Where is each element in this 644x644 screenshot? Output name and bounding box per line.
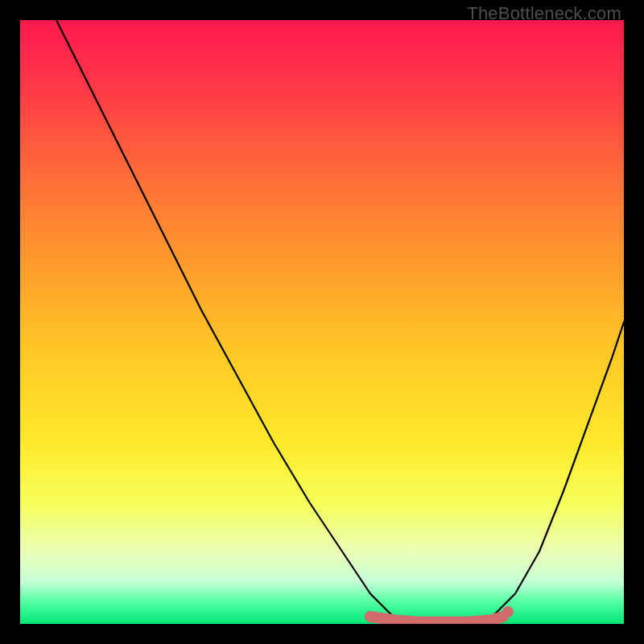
optimal-range-end-dot xyxy=(502,606,514,617)
bottleneck-curve xyxy=(20,20,624,624)
chart-svg xyxy=(20,20,624,624)
plot-area xyxy=(20,20,624,624)
watermark-text: TheBottleneck.com xyxy=(467,3,621,24)
optimal-range-marker xyxy=(370,617,503,622)
chart-frame: TheBottleneck.com xyxy=(0,0,644,644)
